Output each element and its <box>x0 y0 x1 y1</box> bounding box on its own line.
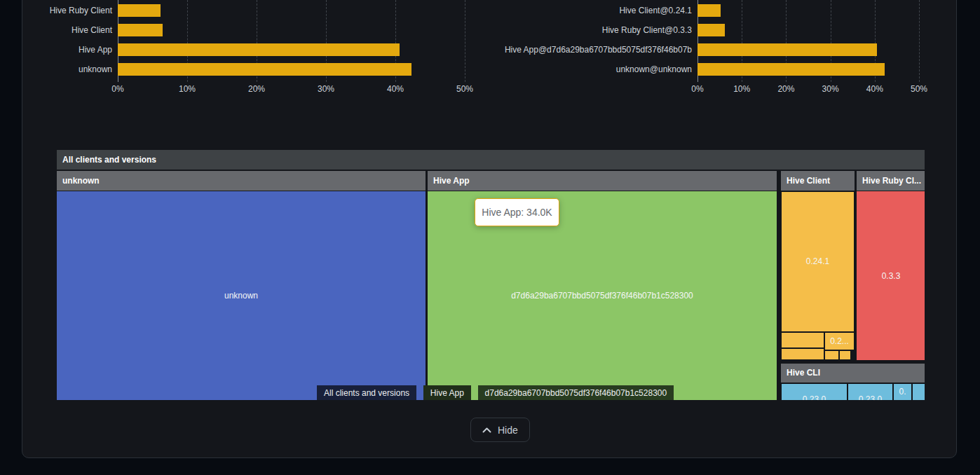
bar[interactable] <box>118 24 163 36</box>
treemap-node-hive-client-0-24-1[interactable]: 0.24.1 <box>782 192 854 331</box>
bar-row: unknown <box>118 63 465 76</box>
section-header-label: unknown <box>57 171 426 191</box>
treemap-title: All clients and versions <box>57 150 925 170</box>
hide-button[interactable]: Hide <box>470 418 530 442</box>
axis-tick-label: 20% <box>248 84 265 94</box>
section-header-label: Hive App <box>428 171 777 191</box>
treemap-section-hive-ruby-client[interactable]: Hive Ruby Cl... 0.3.3 <box>857 171 925 360</box>
category-label: unknown <box>79 64 112 74</box>
node-label: 0.23.0 <box>848 394 892 400</box>
node-label: 0.2... <box>825 336 854 346</box>
treemap-section-header-unknown[interactable]: unknown <box>57 171 426 191</box>
bar[interactable] <box>118 4 161 17</box>
bar-row: Hive App@d7d6a29ba6707bbd5075df376f46b07… <box>697 43 919 56</box>
hide-button-label: Hide <box>498 425 518 436</box>
node-label: 0.23.0 <box>782 394 847 400</box>
axis-tick-label: 40% <box>387 84 404 94</box>
treemap-breadcrumb: All clients and versions ❯ Hive App ❯ d7… <box>317 385 674 400</box>
node-label: d7d6a29ba6707bbd5075df376f46b07b1c528300 <box>511 291 693 301</box>
tooltip-text: Hive App: 34.0K <box>482 207 552 218</box>
category-label: Hive Ruby Client <box>50 6 112 15</box>
section-header-label: Hive Client <box>781 171 855 191</box>
treemap-section-header-hive-cli[interactable]: Hive CLI <box>781 364 925 383</box>
bar-row: Hive Ruby Client <box>118 4 465 17</box>
treemap-node-hive-cli-1[interactable]: 0.23.0 <box>782 384 847 400</box>
axis-tick-label: 50% <box>911 84 927 94</box>
axis-tick-label: 40% <box>866 84 883 94</box>
treemap-node-hive-cli-3[interactable]: 0. <box>894 384 911 400</box>
bar[interactable] <box>118 63 411 76</box>
category-label: unknown@unknown <box>616 64 692 74</box>
treemap-section-hive-cli[interactable]: Hive CLI 0.23.0 0.23.0 0. <box>781 364 925 400</box>
axis-tick-label: 0% <box>111 84 123 94</box>
treemap-section-header-hive-ruby-client[interactable]: Hive Ruby Cl... <box>857 171 925 191</box>
axis-tick-label: 10% <box>179 84 196 94</box>
clients-treemap[interactable]: All clients and versions unknown unknown… <box>57 150 925 400</box>
axis-tick-label: 50% <box>456 84 473 94</box>
chevron-right-icon: ❯ <box>416 383 424 400</box>
gridline <box>465 0 465 82</box>
bar[interactable] <box>697 43 877 56</box>
treemap-node-hive-client-minor[interactable] <box>782 349 824 359</box>
treemap-node-hive-ruby-client[interactable]: 0.3.3 <box>857 191 925 360</box>
chevron-up-icon <box>482 427 491 433</box>
treemap-section-unknown[interactable]: unknown unknown <box>57 171 426 400</box>
treemap-node-hive-client-minor[interactable] <box>825 351 838 359</box>
axis-tick-label: 30% <box>318 84 334 94</box>
treemap-section-hive-client[interactable]: Hive Client 0.24.1 0.2... <box>781 171 855 360</box>
bar-row: unknown@unknown <box>697 63 919 76</box>
treemap-root-header[interactable]: All clients and versions <box>57 150 925 170</box>
bar[interactable] <box>697 24 725 36</box>
axis-tick-label: 20% <box>777 84 794 94</box>
breadcrumb-item-hive-app[interactable]: Hive App <box>423 385 471 400</box>
treemap-tooltip: Hive App: 34.0K <box>475 198 559 226</box>
bar-row: Hive App <box>118 43 465 56</box>
node-label: 0.24.1 <box>782 256 854 266</box>
gridline <box>919 0 920 82</box>
category-label: Hive Ruby Client@0.3.3 <box>602 25 692 35</box>
bar-row: Hive Client <box>118 24 465 36</box>
node-label: 0. <box>894 387 911 397</box>
breadcrumb-item-version[interactable]: d7d6a29ba6707bbd5075df376f46b07b1c528300 <box>478 385 674 400</box>
treemap-node-hive-client-minor[interactable] <box>782 333 824 347</box>
axis-tick-label: 0% <box>691 84 703 94</box>
bar-row: Hive Ruby Client@0.3.3 <box>697 24 919 36</box>
chevron-right-icon: ❯ <box>470 383 479 400</box>
section-header-label: Hive CLI <box>781 364 925 383</box>
treemap-section-header-hive-app[interactable]: Hive App <box>428 171 777 191</box>
category-label: Hive Client <box>72 25 112 35</box>
axis-tick-label: 10% <box>733 84 750 94</box>
client-versions-share-bar-chart[interactable]: 0%10%20%30%40%50%Hive Client@0.24.1Hive … <box>697 0 919 98</box>
node-label: 0.3.3 <box>882 271 901 281</box>
section-header-label: Hive Ruby Cl... <box>857 171 925 191</box>
bar[interactable] <box>697 4 721 17</box>
bar[interactable] <box>697 63 885 76</box>
node-label: unknown <box>224 291 258 301</box>
clients-share-bar-chart[interactable]: 0%10%20%30%40%50%Hive Ruby ClientHive Cl… <box>118 0 465 98</box>
breadcrumb-item-root[interactable]: All clients and versions <box>317 385 416 400</box>
treemap-section-header-hive-client[interactable]: Hive Client <box>781 171 855 191</box>
treemap-node-hive-cli-4[interactable] <box>913 384 925 400</box>
treemap-node-unknown[interactable]: unknown <box>57 191 426 400</box>
category-label: Hive App <box>79 45 112 55</box>
treemap-node-hive-client-minor[interactable] <box>840 351 850 359</box>
treemap-node-hive-client-0-2[interactable]: 0.2... <box>825 333 854 350</box>
category-label: Hive App@d7d6a29ba6707bbd5075df376f46b07… <box>505 45 692 55</box>
bar-row: Hive Client@0.24.1 <box>697 4 919 17</box>
category-label: Hive Client@0.24.1 <box>619 6 692 15</box>
axis-tick-label: 30% <box>822 84 839 94</box>
bar[interactable] <box>118 43 400 56</box>
treemap-node-hive-cli-2[interactable]: 0.23.0 <box>848 384 892 400</box>
